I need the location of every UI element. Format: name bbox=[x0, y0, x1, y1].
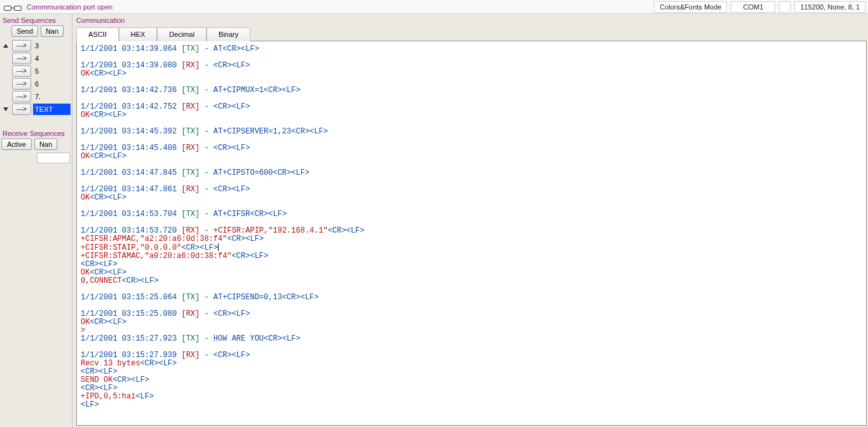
log-line-rx: SEND OK<CR><LF> bbox=[81, 376, 864, 384]
log-line-rx: 0,CONNECT<CR><LF> bbox=[81, 277, 864, 285]
arrow-spacer bbox=[1, 78, 10, 90]
main-area: Send Sequences Send Nan --->3--->4--->5-… bbox=[0, 14, 868, 427]
send-arrow-button[interactable]: ---> bbox=[12, 65, 31, 77]
send-arrow-button[interactable]: ---> bbox=[12, 78, 31, 90]
log-line-tx: 1/1/2001 03:14:42.736 [TX] - AT+CIPMUX=1… bbox=[81, 86, 864, 95]
sequence-label[interactable]: TEXT bbox=[33, 104, 71, 115]
port-status-text: Commmunication port open bbox=[27, 3, 112, 11]
log-line-rx: +CIFSR:APMAC,"a2:20:a6:0d:38:f4"<CR><LF> bbox=[81, 235, 864, 243]
sequence-label[interactable]: 4 bbox=[33, 53, 71, 64]
log-line-rx: <LF> bbox=[81, 401, 864, 409]
blank-cell bbox=[779, 1, 790, 13]
send-sequence-list: --->3--->4--->5--->6--->7.--->TEXT bbox=[0, 39, 72, 116]
left-pane: Send Sequences Send Nan --->3--->4--->5-… bbox=[0, 14, 72, 427]
log-line-tx: 1/1/2001 03:14:39.064 [TX] - AT<CR><LF> bbox=[81, 45, 864, 53]
log-line-tx: 1/1/2001 03:14:47.845 [TX] - AT+CIPSTO=6… bbox=[81, 169, 864, 177]
send-arrow-button[interactable]: ---> bbox=[12, 40, 31, 51]
send-arrow-button[interactable]: ---> bbox=[12, 53, 31, 64]
terminal-output[interactable]: 1/1/2001 03:14:39.064 [TX] - AT<CR><LF>1… bbox=[76, 41, 867, 426]
log-line-tx: 1/1/2001 03:15:25.064 [TX] - AT+CIPSEND=… bbox=[81, 294, 864, 302]
send-sequence-row: --->5 bbox=[1, 65, 71, 78]
receive-sequences-title: Receive Sequences bbox=[0, 127, 72, 139]
arrow-spacer bbox=[1, 91, 10, 102]
send-sequence-row: --->TEXT bbox=[1, 103, 71, 116]
tab-decimal[interactable]: Decimal bbox=[157, 27, 207, 41]
log-line-rx: OK<CR><LF> bbox=[81, 70, 864, 78]
arrow-spacer bbox=[1, 53, 10, 64]
scroll-up-icon[interactable] bbox=[1, 40, 10, 51]
encoding-tabs: ASCII HEX Decimal Binary bbox=[72, 24, 868, 41]
log-line-rx: 1/1/2001 03:14:47.861 [RX] - <CR><LF> bbox=[81, 186, 864, 194]
send-arrow-button[interactable]: ---> bbox=[12, 104, 31, 115]
tab-hex[interactable]: HEX bbox=[119, 27, 158, 41]
send-arrow-button[interactable]: ---> bbox=[12, 91, 31, 102]
log-line-rx: OK<CR><LF> bbox=[81, 269, 864, 277]
send-sequences-title: Send Sequences bbox=[0, 14, 72, 25]
log-line-rx: 1/1/2001 03:14:45.408 [RX] - <CR><LF> bbox=[81, 144, 864, 152]
log-line-tx: 1/1/2001 03:15:27.923 [TX] - HOW ARE YOU… bbox=[81, 335, 864, 343]
log-line-rx: <CR><LF> bbox=[81, 368, 864, 376]
tab-ascii[interactable]: ASCII bbox=[76, 27, 119, 41]
log-line-rx: OK<CR><LF> bbox=[81, 318, 864, 327]
send-sequence-row: --->6 bbox=[1, 78, 71, 90]
right-pane: Communication ASCII HEX Decimal Binary 1… bbox=[72, 14, 868, 427]
arrow-spacer bbox=[1, 65, 10, 77]
name-col-button[interactable]: Nan bbox=[41, 25, 64, 37]
receive-input[interactable] bbox=[37, 152, 70, 163]
log-line-rx: 1/1/2001 03:14:42.752 [RX] - <CR><LF> bbox=[81, 103, 864, 111]
recv-name-col-button[interactable]: Nan bbox=[34, 139, 57, 150]
communication-title: Communication bbox=[72, 14, 868, 24]
mode-cell[interactable]: Colors&Fonts Mode bbox=[654, 1, 727, 13]
log-line-rx: Recv 13 bytes<CR><LF> bbox=[81, 360, 864, 368]
serial-settings-cell[interactable]: 115200, None, 8, 1 bbox=[794, 1, 865, 13]
com-port-cell[interactable]: COM1 bbox=[731, 1, 775, 13]
log-line-rx: 1/1/2001 03:15:25.080 [RX] - <CR><LF> bbox=[81, 310, 864, 318]
sequence-label[interactable]: 7. bbox=[33, 91, 71, 102]
log-line-rx: <CR><LF> bbox=[81, 384, 864, 393]
log-line-rx: +IPD,0,5:hai<LF> bbox=[81, 393, 864, 401]
send-header-row: Send Nan bbox=[0, 25, 72, 39]
send-button[interactable]: Send bbox=[11, 25, 38, 37]
log-line-tx: 1/1/2001 03:14:53.704 [TX] - AT+CIFSR<CR… bbox=[81, 210, 864, 219]
port-icon bbox=[3, 3, 23, 11]
log-line-rx: <CR><LF> bbox=[81, 261, 864, 269]
receive-header-row: Active Nan bbox=[0, 139, 72, 151]
log-line-rx: OK<CR><LF> bbox=[81, 111, 864, 119]
scroll-down-icon[interactable] bbox=[1, 104, 10, 115]
sequence-label[interactable]: 3 bbox=[33, 40, 71, 51]
status-bar: Commmunication port open Colors&Fonts Mo… bbox=[0, 0, 868, 14]
sequence-label[interactable]: 5 bbox=[33, 65, 71, 77]
log-line-tx: 1/1/2001 03:14:45.392 [TX] - AT+CIPSERVE… bbox=[81, 128, 864, 136]
tab-binary[interactable]: Binary bbox=[207, 27, 250, 41]
send-sequence-row: --->3 bbox=[1, 39, 71, 52]
send-sequence-row: --->7. bbox=[1, 90, 71, 103]
log-line-rx: 1/1/2001 03:14:39.080 [RX] - <CR><LF> bbox=[81, 62, 864, 70]
active-button[interactable]: Active bbox=[1, 139, 32, 150]
log-line-rx: +CIFSR:STAIP,"0.0.0.0"<CR><LF> bbox=[81, 243, 864, 252]
sequence-label[interactable]: 6 bbox=[33, 78, 71, 90]
log-line-rx: +CIFSR:STAMAC,"a0:20:a6:0d:38:f4"<CR><LF… bbox=[81, 252, 864, 261]
log-line-rx: 1/1/2001 03:15:27.939 [RX] - <CR><LF> bbox=[81, 351, 864, 360]
log-line-rx: OK<CR><LF> bbox=[81, 194, 864, 202]
send-sequence-row: --->4 bbox=[1, 52, 71, 65]
log-line-rx: OK<CR><LF> bbox=[81, 152, 864, 161]
